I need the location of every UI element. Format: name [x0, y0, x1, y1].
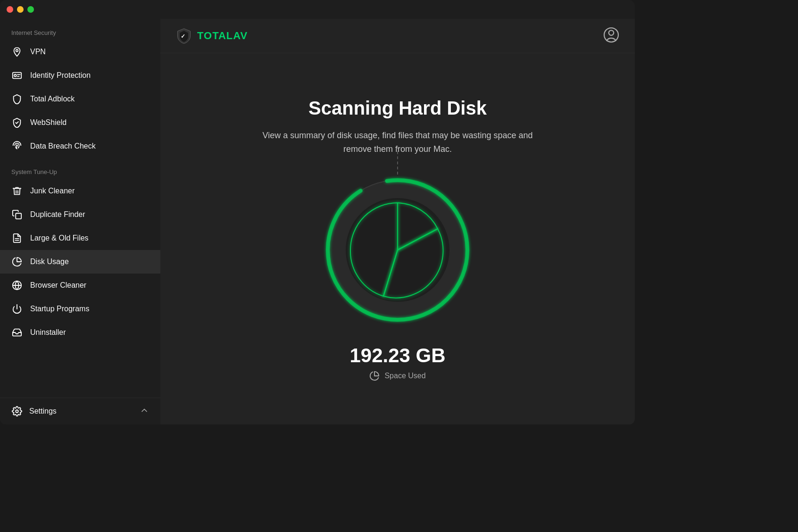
svg-point-14 — [609, 30, 614, 35]
svg-point-2 — [14, 75, 17, 77]
sidebar-label-vpn: VPN — [30, 48, 46, 56]
sidebar-item-webshield[interactable]: WebShield — [0, 111, 160, 134]
logo-total: TOTAL — [197, 30, 233, 42]
file-icon — [11, 233, 23, 244]
space-used-icon — [369, 371, 380, 381]
svg-point-0 — [16, 50, 18, 52]
settings-left: Settings — [11, 406, 57, 417]
sidebar-item-browser[interactable]: Browser Cleaner — [0, 274, 160, 297]
sidebar-item-uninstaller[interactable]: Uninstaller — [0, 321, 160, 344]
sidebar-item-databreach[interactable]: Data Breach Check — [0, 134, 160, 158]
disk-chart-container — [322, 175, 473, 325]
sidebar-label-uninstaller: Uninstaller — [30, 328, 66, 337]
sidebar-label-largefiles: Large & Old Files — [30, 234, 89, 242]
settings-label: Settings — [29, 407, 57, 416]
svg-rect-5 — [16, 213, 21, 219]
sidebar-item-adblock[interactable]: Total Adblock — [0, 87, 160, 111]
shield-icon — [11, 93, 23, 105]
disk-usage-chart — [322, 175, 473, 325]
trash-icon — [11, 185, 23, 197]
totalav-logo-icon: ✓ — [175, 27, 192, 44]
sidebar-item-duplicate[interactable]: Duplicate Finder — [0, 203, 160, 226]
traffic-lights — [7, 6, 34, 13]
sidebar-item-identity[interactable]: Identity Protection — [0, 64, 160, 87]
location-pin-icon — [11, 46, 23, 58]
space-used-row: Space Used — [369, 371, 425, 381]
sidebar: Internet Security VPN Identity — [0, 19, 160, 424]
main-content: ✓ TOTALAV Scanning Hard Disk View a summ… — [160, 19, 635, 424]
sidebar-item-vpn[interactable]: VPN — [0, 40, 160, 64]
sidebar-label-duplicate: Duplicate Finder — [30, 210, 85, 219]
sidebar-item-diskusage[interactable]: Disk Usage — [0, 250, 160, 274]
app-container: Internet Security VPN Identity — [0, 19, 635, 424]
logo-area: ✓ TOTALAV — [175, 27, 248, 44]
svg-point-11 — [16, 410, 18, 413]
power-icon — [11, 303, 23, 315]
sidebar-label-webshield: WebShield — [30, 118, 66, 127]
space-used-label: Space Used — [384, 372, 425, 380]
svg-text:✓: ✓ — [181, 33, 185, 39]
pie-chart-icon — [11, 256, 23, 267]
chevron-up-icon — [140, 406, 149, 417]
main-header: ✓ TOTALAV — [160, 19, 635, 53]
sidebar-label-junk: Junk Cleaner — [30, 187, 75, 195]
user-profile-icon[interactable] — [603, 26, 620, 45]
fingerprint-icon — [11, 141, 23, 152]
id-card-icon — [11, 70, 23, 81]
sidebar-item-junk[interactable]: Junk Cleaner — [0, 179, 160, 203]
section-label-tuneup: System Tune-Up — [0, 158, 160, 179]
stats-area: 192.23 GB Space Used — [349, 344, 445, 381]
gear-icon — [11, 406, 23, 417]
settings-footer[interactable]: Settings — [0, 398, 160, 424]
title-bar — [0, 0, 635, 19]
sidebar-label-adblock: Total Adblock — [30, 95, 75, 103]
sidebar-label-browser: Browser Cleaner — [30, 281, 86, 290]
maximize-button[interactable] — [27, 6, 34, 13]
sidebar-label-startup: Startup Programs — [30, 305, 89, 313]
sidebar-label-databreach: Data Breach Check — [30, 142, 96, 150]
page-title: Scanning Hard Disk — [308, 97, 487, 119]
globe-icon — [11, 280, 23, 291]
logo-text: TOTALAV — [197, 30, 248, 42]
duplicate-icon — [11, 209, 23, 220]
uninstall-icon — [11, 327, 23, 338]
logo-av: AV — [233, 30, 248, 42]
shield-check-icon — [11, 117, 23, 128]
sidebar-item-largefiles[interactable]: Large & Old Files — [0, 226, 160, 250]
sidebar-label-diskusage: Disk Usage — [30, 258, 69, 266]
section-label-internet: Internet Security — [0, 19, 160, 40]
dashed-connector — [397, 146, 398, 175]
content-area: Scanning Hard Disk View a summary of dis… — [247, 53, 549, 424]
disk-size-value: 192.23 GB — [349, 344, 445, 367]
sidebar-item-startup[interactable]: Startup Programs — [0, 297, 160, 321]
minimize-button[interactable] — [17, 6, 24, 13]
close-button[interactable] — [7, 6, 13, 13]
sidebar-label-identity: Identity Protection — [30, 71, 91, 80]
